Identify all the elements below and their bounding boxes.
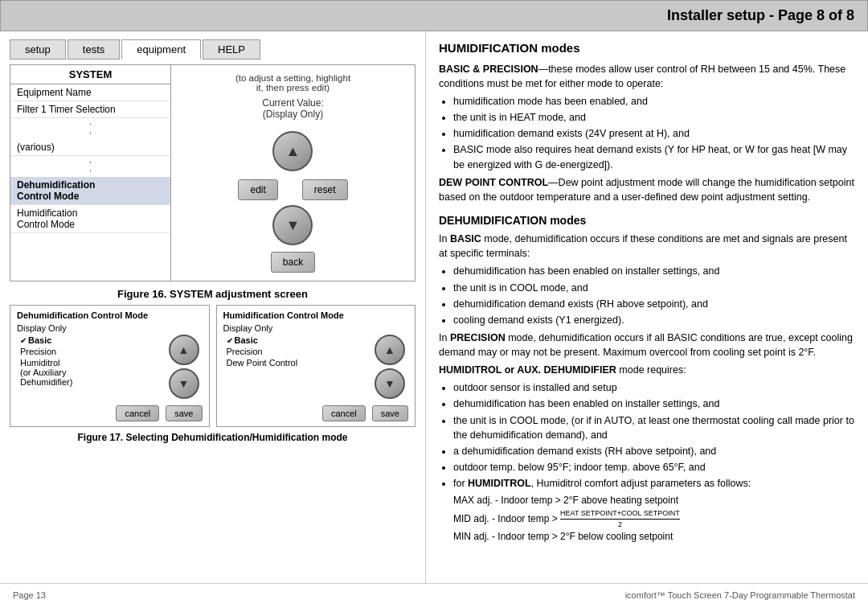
reset-button[interactable]: reset [302, 179, 348, 200]
dehum-arrow-down[interactable]: ▼ [169, 368, 199, 399]
dehumidification-modes-title: DEHUMIDIFICATION modes [439, 212, 855, 228]
bullet-item: dehumidification has been enabled on ins… [453, 264, 855, 278]
tab-tests[interactable]: tests [68, 39, 120, 60]
dehum-arrow-up[interactable]: ▲ [169, 335, 199, 365]
arrow-down-button[interactable]: ▼ [272, 205, 313, 245]
bullet-item: cooling demand exists (Y1 energized). [453, 313, 855, 327]
dehum-option-basic[interactable]: Basic [20, 335, 72, 346]
basic-bold: BASIC [450, 233, 481, 244]
back-button[interactable]: back [271, 252, 315, 273]
humid-bottom-buttons: cancel save [223, 405, 409, 421]
left-panel: setup tests equipment HELP SYSTEM Equipm… [0, 31, 426, 583]
tab-help[interactable]: HELP [203, 39, 260, 60]
bullet-item: dehumidification has been enabled on ins… [453, 396, 855, 411]
tab-setup[interactable]: setup [10, 39, 66, 60]
arrow-up-button[interactable]: ▲ [272, 131, 313, 171]
bullet-item: humidification mode has been enabled, an… [453, 94, 855, 109]
basic-precision-heading: BASIC & PRECISION [439, 64, 538, 75]
header-title: Installer setup - Page 8 of 8 [667, 7, 854, 23]
arrow-buttons-group: ▲ edit reset ▼ back [238, 131, 347, 273]
humid-display-only: Display Only [223, 323, 409, 333]
mid-adj: MID adj. - Indoor temp > HEAT SETPOINT+C… [453, 508, 855, 530]
list-item-filter[interactable]: Filter 1 Timer Selection [10, 101, 170, 118]
humid-save-button[interactable]: save [372, 405, 408, 421]
dehum-save-button[interactable]: save [166, 405, 202, 421]
dehumidification-control-box: Dehumidification Control Mode Display On… [10, 305, 210, 427]
bullet-item: humidification demand exists (24V presen… [453, 126, 855, 141]
precision-bold: PRECISION [450, 332, 506, 343]
basic-dehumid-bullets: dehumidification has been enabled on ins… [453, 264, 855, 327]
fig17-caption: Figure 17. Selecting Dehumidification/Hu… [10, 432, 416, 443]
bullet-item: outdoor sensor is installed and setup [453, 380, 855, 395]
right-panel: HUMIDIFICATION modes BASIC & PRECISION—t… [426, 31, 868, 583]
bullet-item: the unit is in HEAT mode, and [453, 110, 855, 125]
tabs-bar: setup tests equipment HELP [10, 39, 416, 60]
footer-page: Page 13 [13, 590, 46, 600]
dehum-options: Basic Precision Humiditrol(or AuxiliaryD… [20, 335, 72, 388]
humid-option-precision[interactable]: Precision [227, 346, 298, 357]
dehum-option-humiditrol[interactable]: Humiditrol(or AuxiliaryDehumidifier) [20, 357, 72, 388]
humid-cancel-button[interactable]: cancel [322, 405, 366, 421]
bullet-item: outdoor temp. below 95°F; indoor temp. a… [453, 460, 855, 474]
min-adj: MIN adj. - Indoor temp > 2°F below cooli… [453, 530, 855, 544]
bullet-item: BASIC mode also requires heat demand exi… [453, 142, 855, 171]
footer: Page 13 icomfort™ Touch Screen 7-Day Pro… [0, 583, 868, 606]
bullet-item: the unit is in COOL mode, (or if in AUTO… [453, 413, 855, 442]
humid-options: Basic Precision Dew Point Control [227, 335, 298, 368]
tab-equipment[interactable]: equipment [121, 39, 201, 60]
humiditrol-heading-para: HUMIDITROL or AUX. DEHUMIDIFIER mode req… [439, 363, 855, 377]
humiditrol-heading: HUMIDITROL or AUX. DEHUMIDIFIER [439, 364, 616, 376]
mid-adj-fraction: HEAT SETPOINT+COOL SETPOINT 2 [560, 508, 680, 530]
dehum-bottom-buttons: cancel save [17, 405, 203, 421]
bullet-item: a dehumidification demand exists (RH abo… [453, 444, 855, 458]
system-list-title: SYSTEM [10, 65, 170, 84]
list-dots1: ·· [10, 118, 170, 139]
dehum-cancel-button[interactable]: cancel [116, 405, 159, 421]
dehum-option-precision[interactable]: Precision [20, 346, 72, 357]
page-header: Installer setup - Page 8 of 8 [0, 0, 868, 31]
edit-button[interactable]: edit [238, 179, 277, 200]
dehum-display-only: Display Only [17, 323, 203, 333]
humidification-modes-title: HUMIDIFICATION modes [439, 39, 855, 57]
humiditrol-bullets: outdoor sensor is installed and setup de… [453, 380, 855, 491]
bullet-item: the unit is in COOL mode, and [453, 281, 855, 295]
bullet-item: for HUMIDITROL, Humiditrol comfort adjus… [453, 476, 855, 491]
list-item-various[interactable]: (various) [10, 139, 170, 156]
precision-para: In PRECISION mode, dehumidification occu… [439, 331, 855, 359]
humidification-control-box: Humidification Control Mode Display Only… [216, 305, 416, 427]
system-list: SYSTEM Equipment Name Filter 1 Timer Sel… [10, 65, 171, 281]
humid-arrow-up[interactable]: ▲ [375, 335, 405, 365]
humid-option-dew-point[interactable]: Dew Point Control [227, 357, 298, 368]
list-item-equipment-name[interactable]: Equipment Name [10, 84, 170, 101]
list-item-dehumidification[interactable]: DehumidificationControl Mode [10, 177, 170, 205]
bullet-item: dehumidification demand exists (RH above… [453, 297, 855, 311]
figures-row: Dehumidification Control Mode Display On… [10, 305, 416, 427]
footer-product: icomfort™ Touch Screen 7-Day Programmabl… [625, 590, 855, 600]
comfort-adjust-params: MAX adj. - Indoor temp > 2°F above heati… [453, 494, 855, 544]
humid-arrow-down[interactable]: ▼ [375, 368, 405, 399]
humid-option-basic[interactable]: Basic [227, 335, 298, 346]
hint-text: (to adjust a setting, highlightit, then … [235, 73, 350, 92]
system-controls: (to adjust a setting, highlightit, then … [171, 65, 415, 281]
humid-box-title: Humidification Control Mode [223, 310, 409, 320]
basic-precision-para: BASIC & PRECISION—these modes allow user… [439, 62, 855, 91]
fig16-caption: Figure 16. SYSTEM adjustment screen [10, 288, 416, 300]
dew-point-heading: DEW POINT CONTROL [439, 177, 548, 188]
list-item-humidification[interactable]: HumidificationControl Mode [10, 205, 170, 233]
dew-point-para: DEW POINT CONTROL—Dew point adjustment m… [439, 175, 855, 204]
list-dots2: ·· [10, 156, 170, 177]
basic-precision-bullets: humidification mode has been enabled, an… [453, 94, 855, 172]
max-adj: MAX adj. - Indoor temp > 2°F above heati… [453, 494, 855, 507]
current-value-label: Current Value:(Display Only) [262, 97, 323, 120]
basic-dehumid-para: In BASIC mode, dehumidification occurs i… [439, 232, 855, 261]
dehum-box-title: Dehumidification Control Mode [17, 310, 203, 320]
system-box: SYSTEM Equipment Name Filter 1 Timer Sel… [10, 64, 416, 281]
